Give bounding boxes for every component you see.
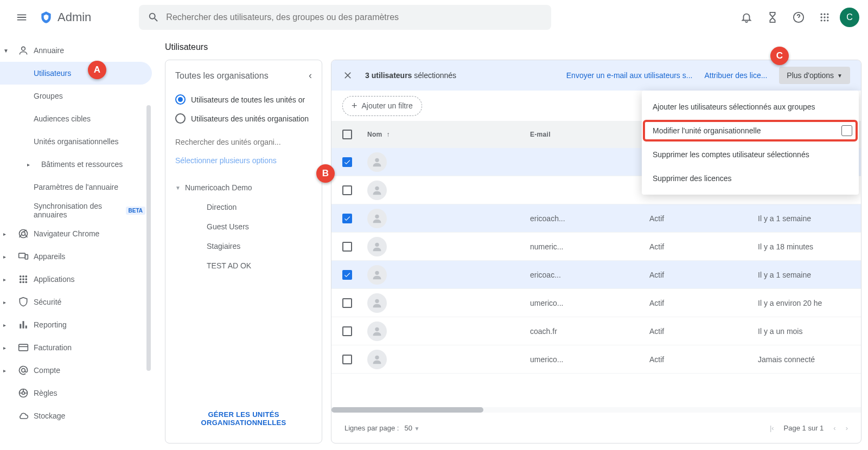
nav-label: Facturation — [34, 343, 72, 352]
svg-point-22 — [22, 281, 24, 283]
steering-icon — [17, 387, 29, 399]
help-icon — [793, 11, 805, 23]
notifications-button[interactable] — [736, 7, 757, 28]
scrollbar-thumb[interactable] — [331, 407, 483, 413]
chevron-right-icon: ▸ — [3, 322, 13, 328]
table-panel: 3 utilisateurs sélectionnés Envoyer un e… — [331, 60, 861, 443]
radio-ou-users[interactable]: Utilisateurs des unités organisation — [175, 113, 312, 124]
nav-users[interactable]: Utilisateurs — [0, 62, 152, 85]
prev-page-button[interactable]: ‹ — [833, 424, 835, 432]
first-page-button[interactable]: |‹ — [770, 424, 774, 432]
org-tree-item[interactable]: Direction — [175, 197, 312, 217]
table-row[interactable]: ericoac...ActifIl y a 1 semaine — [331, 261, 861, 289]
app-header: Admin C — [0, 0, 868, 35]
chevron-down-icon: ▼ — [3, 48, 13, 54]
nav-audiences[interactable]: Audiences cibles — [0, 107, 152, 130]
row-checkbox[interactable] — [342, 242, 352, 252]
select-all-checkbox[interactable] — [342, 130, 352, 139]
multi-select-link[interactable]: Sélectionner plusieurs options — [175, 156, 312, 165]
rows-per-page-select[interactable]: 50 ▼ — [404, 424, 419, 432]
search-icon — [148, 11, 159, 23]
annotation-badge-a: A — [88, 61, 106, 79]
tasks-button[interactable] — [762, 7, 783, 28]
action-email[interactable]: Envoyer un e-mail aux utilisateurs s... — [566, 71, 693, 80]
nav-chrome[interactable]: ▸Navigateur Chrome — [0, 222, 152, 245]
more-options-button[interactable]: Plus d'options▼ — [779, 67, 850, 84]
person-icon — [17, 44, 29, 56]
column-email[interactable]: E-mail — [530, 131, 649, 138]
svg-point-37 — [375, 327, 379, 331]
nav-label: Navigateur Chrome — [34, 229, 99, 238]
nav-security[interactable]: ▸Sécurité — [0, 291, 152, 313]
logo[interactable]: Admin — [39, 10, 91, 24]
cell-status: Actif — [649, 242, 758, 251]
nav-devices[interactable]: ▸Appareils — [0, 245, 152, 268]
nav-sync[interactable]: Synchronisation des annuairesBETA — [0, 198, 152, 222]
org-title: Toutes les organisations — [175, 71, 269, 81]
svg-point-9 — [827, 20, 828, 21]
dropdown-delete-accounts[interactable]: Supprimer les comptes utilisateur sélect… — [642, 143, 859, 166]
org-tree-root[interactable]: ▼Numericoach Demo — [175, 178, 312, 197]
chevron-right-icon: ▸ — [3, 277, 13, 282]
radio-all-users[interactable]: Utilisateurs de toutes les unités or — [175, 94, 312, 105]
svg-point-34 — [375, 242, 379, 246]
account-avatar[interactable]: C — [840, 8, 859, 27]
org-tree-item[interactable]: Stagiaires — [175, 236, 312, 256]
table-row[interactable]: numeric...ActifIl y a 18 minutes — [331, 233, 861, 261]
menu-button[interactable] — [9, 4, 35, 30]
svg-point-16 — [22, 275, 24, 278]
svg-point-7 — [821, 20, 822, 21]
close-selection-button[interactable] — [342, 70, 353, 81]
row-checkbox[interactable] — [342, 298, 352, 308]
nav-directory[interactable]: ▼ Annuaire — [0, 39, 152, 62]
search-input[interactable] — [166, 12, 542, 22]
svg-point-38 — [375, 355, 379, 359]
org-search-input[interactable] — [175, 138, 312, 146]
nav-billing[interactable]: ▸Facturation — [0, 336, 152, 359]
nav-org-units[interactable]: Unités organisationnelles — [0, 130, 152, 153]
manage-org-link[interactable]: GÉRER LES UNITÉS ORGANISATIONNELLES — [175, 404, 312, 433]
dropdown-add-to-groups[interactable]: Ajouter les utilisateurs sélectionnés au… — [642, 95, 859, 119]
action-license[interactable]: Attribuer des lice... — [704, 71, 767, 80]
next-page-button[interactable]: › — [846, 424, 848, 432]
cloud-icon — [17, 410, 29, 422]
table-row[interactable]: umerico...ActifIl y a environ 20 he — [331, 289, 861, 317]
search-bar[interactable] — [139, 5, 551, 30]
cell-status: Actif — [649, 327, 758, 336]
nav-label: Paramètres de l'annuaire — [34, 183, 118, 191]
horizontal-scrollbar[interactable] — [331, 407, 861, 413]
row-checkbox[interactable] — [342, 326, 352, 336]
svg-point-2 — [824, 14, 825, 15]
nav-groups[interactable]: Groupes — [0, 85, 152, 107]
column-name[interactable]: Nom↑ — [367, 131, 530, 138]
nav-account[interactable]: ▸Compte — [0, 359, 152, 382]
table-row[interactable]: ericoach...ActifIl y a 1 semaine — [331, 204, 861, 233]
content-row: Toutes les organisations ‹ Utilisateurs … — [152, 60, 868, 450]
main-layout: ▼ Annuaire Utilisateurs Groupes Audience… — [0, 35, 868, 450]
apps-button[interactable] — [814, 7, 835, 28]
row-checkbox[interactable] — [342, 185, 352, 195]
nav-storage[interactable]: ▸Stockage — [0, 404, 152, 427]
help-button[interactable] — [788, 7, 809, 28]
org-tree-item[interactable]: TEST AD OK — [175, 256, 312, 275]
nav-directory-settings[interactable]: Paramètres de l'annuaire — [0, 176, 152, 198]
nav-buildings[interactable]: ▸Bâtiments et ressources — [0, 153, 152, 176]
collapse-button[interactable]: ‹ — [309, 70, 312, 81]
nav-label: Compte — [34, 366, 60, 375]
table-row[interactable]: umerico...ActifJamais connecté — [331, 345, 861, 374]
row-checkbox[interactable] — [342, 157, 352, 167]
table-row[interactable]: coach.frActifIl y a un mois — [331, 317, 861, 345]
add-filter-button[interactable]: + Ajouter un filtre — [342, 96, 422, 116]
row-checkbox[interactable] — [342, 355, 352, 364]
nav-rules[interactable]: ▸Règles — [0, 382, 152, 404]
nav-label: Règles — [34, 389, 58, 397]
dropdown-change-ou[interactable]: Modifier l'unité organisationnelle — [642, 119, 859, 143]
dropdown-remove-licenses[interactable]: Supprimer des licences — [642, 166, 859, 190]
row-checkbox[interactable] — [342, 214, 352, 223]
nav-apps[interactable]: ▸Applications — [0, 268, 152, 291]
row-checkbox[interactable] — [342, 270, 352, 280]
scrollbar-thumb[interactable] — [146, 105, 151, 371]
beta-badge: BETA — [126, 207, 145, 215]
org-tree-item[interactable]: Guest Users — [175, 217, 312, 236]
nav-reporting[interactable]: ▸Reporting — [0, 313, 152, 336]
